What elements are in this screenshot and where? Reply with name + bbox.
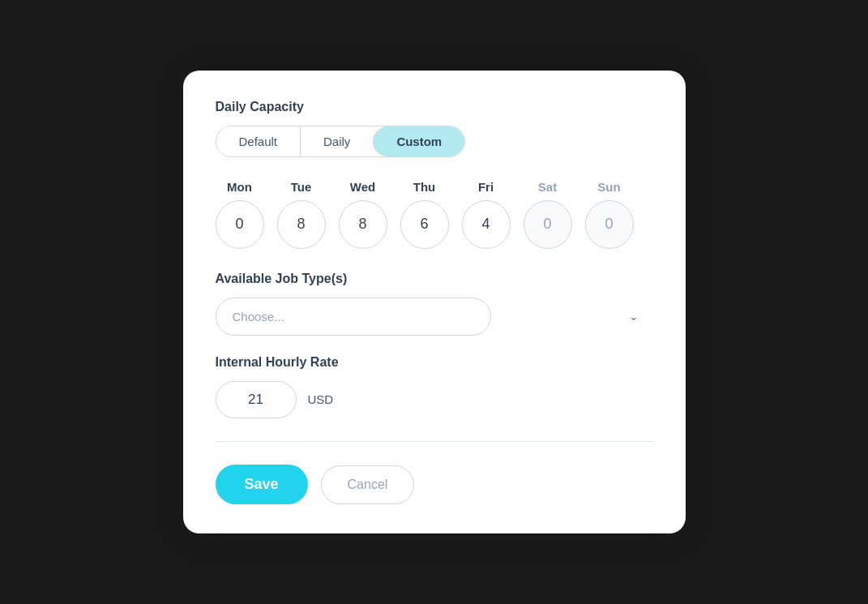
- dialog-card: Daily Capacity Default Daily Custom Mon …: [183, 71, 686, 534]
- chevron-down-icon: ⌄: [629, 310, 639, 323]
- cancel-button[interactable]: Cancel: [321, 465, 415, 504]
- day-label-tue: Tue: [291, 180, 312, 194]
- day-label-sun: Sun: [597, 180, 620, 194]
- day-col-tue: Tue: [277, 180, 326, 249]
- actions: Save Cancel: [216, 465, 653, 504]
- day-input-tue[interactable]: [277, 200, 326, 249]
- day-label-thu: Thu: [413, 180, 436, 194]
- job-type-select[interactable]: Choose...: [216, 298, 491, 336]
- toggle-group: Default Daily Custom: [216, 126, 466, 157]
- day-col-sun: Sun: [585, 180, 634, 249]
- days-grid: Mon Tue Wed Thu Fri Sat: [216, 180, 653, 249]
- divider: [216, 441, 653, 443]
- rate-row: USD: [216, 381, 653, 418]
- day-label-fri: Fri: [478, 180, 494, 194]
- day-col-sat: Sat: [524, 180, 572, 249]
- job-type-select-wrapper: Choose... ⌄: [216, 298, 653, 336]
- day-label-wed: Wed: [350, 180, 375, 194]
- toggle-daily[interactable]: Daily: [300, 126, 373, 156]
- hourly-rate-label: Internal Hourly Rate: [216, 355, 653, 370]
- toggle-default[interactable]: Default: [216, 126, 301, 156]
- day-col-fri: Fri: [462, 180, 511, 249]
- hourly-rate-input[interactable]: [216, 381, 297, 418]
- day-input-sun[interactable]: [585, 200, 634, 249]
- day-col-thu: Thu: [400, 180, 449, 249]
- rate-currency: USD: [308, 392, 334, 406]
- day-input-thu[interactable]: [400, 200, 449, 249]
- job-type-label: Available Job Type(s): [216, 272, 653, 286]
- day-input-wed[interactable]: [339, 200, 387, 249]
- day-input-fri[interactable]: [462, 200, 511, 249]
- day-col-wed: Wed: [339, 180, 387, 249]
- day-input-mon[interactable]: [216, 200, 264, 249]
- day-label-mon: Mon: [227, 180, 252, 194]
- rate-section: Internal Hourly Rate USD: [216, 355, 653, 418]
- day-col-mon: Mon: [216, 180, 264, 249]
- daily-capacity-label: Daily Capacity: [216, 100, 653, 114]
- toggle-custom[interactable]: Custom: [373, 126, 464, 156]
- day-label-sat: Sat: [538, 180, 557, 194]
- save-button[interactable]: Save: [216, 465, 308, 504]
- day-input-sat[interactable]: [524, 200, 572, 249]
- days-section: Mon Tue Wed Thu Fri Sat: [216, 180, 653, 249]
- job-type-section: Available Job Type(s) Choose... ⌄: [216, 272, 653, 336]
